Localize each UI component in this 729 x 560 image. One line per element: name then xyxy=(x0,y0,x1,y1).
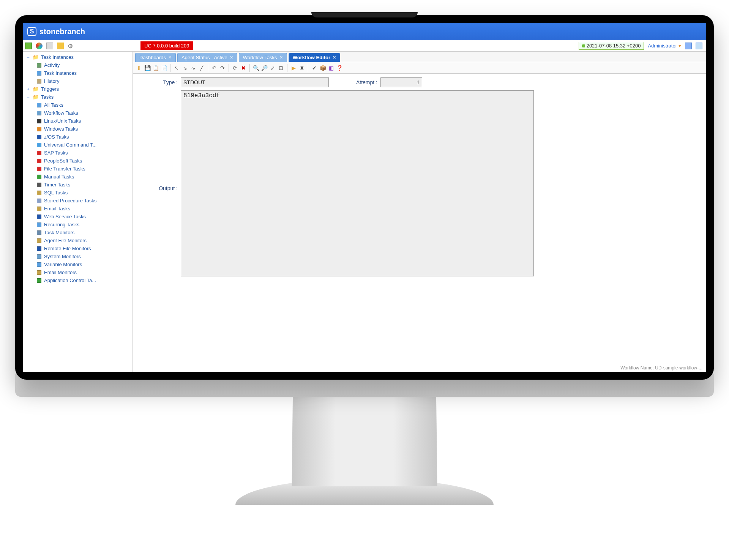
pointer-icon[interactable]: ↖ xyxy=(173,64,180,72)
tree-item[interactable]: Application Control Ta... xyxy=(26,276,133,284)
undo-icon[interactable]: ↶ xyxy=(210,64,218,72)
zoom-in-icon[interactable]: 🔍 xyxy=(252,64,260,72)
home-icon[interactable] xyxy=(25,43,32,49)
tree-item-label: Manual Tasks xyxy=(44,174,74,180)
help-icon[interactable]: ❓ xyxy=(336,64,343,72)
attempt-field[interactable] xyxy=(380,77,422,87)
tree-item[interactable]: PeopleSoft Tasks xyxy=(26,157,133,165)
tree-item[interactable]: History xyxy=(26,77,133,85)
item-icon xyxy=(36,182,42,188)
zoom-actual-icon[interactable]: ⊡ xyxy=(277,64,285,72)
document-icon[interactable] xyxy=(46,43,53,49)
run-icon[interactable]: ▶ xyxy=(290,64,297,72)
console-icon[interactable] xyxy=(685,43,692,49)
item-icon xyxy=(36,230,42,235)
gear-icon[interactable]: ⚙ xyxy=(68,43,74,49)
tab-close-icon[interactable]: ✕ xyxy=(230,55,233,60)
save-icon[interactable]: 💾 xyxy=(144,64,151,72)
puzzle-icon[interactable] xyxy=(57,43,64,49)
tree-item[interactable]: Agent File Monitors xyxy=(26,237,133,245)
tree-item[interactable]: Task Instances xyxy=(26,69,133,77)
tree-item[interactable]: Email Monitors xyxy=(26,268,133,276)
tree-item[interactable]: Stored Procedure Tasks xyxy=(26,197,133,205)
tree-item[interactable]: System Monitors xyxy=(26,252,133,260)
toolbar-separator xyxy=(208,64,208,72)
tree-item[interactable]: Activity xyxy=(26,61,133,69)
tree-group[interactable]: −📁Tasks xyxy=(26,93,133,101)
toolbar-separator xyxy=(229,64,229,72)
tree-item[interactable]: Universal Command T... xyxy=(26,141,133,149)
tree-item[interactable]: File Transfer Tasks xyxy=(26,165,133,173)
tab[interactable]: Workflow Tasks✕ xyxy=(239,53,287,62)
tree-icon[interactable]: ♜ xyxy=(298,64,306,72)
arrow-up-icon[interactable]: ⬆ xyxy=(135,64,143,72)
validate-icon[interactable]: ✔ xyxy=(311,64,318,72)
type-field[interactable] xyxy=(181,77,329,87)
tab-label: Workflow Editor xyxy=(293,55,330,60)
tree-item-label: Windows Tasks xyxy=(44,126,78,132)
tab-close-icon[interactable]: ✕ xyxy=(168,55,172,60)
globe-icon[interactable] xyxy=(36,43,43,49)
tree-item[interactable]: All Tasks xyxy=(26,101,133,109)
tree-item[interactable]: Workflow Tasks xyxy=(26,109,133,117)
tab-close-icon[interactable]: ✕ xyxy=(333,55,336,60)
tree-item-label: Universal Command T... xyxy=(44,142,96,148)
tree-group[interactable]: +📁Triggers xyxy=(26,85,133,93)
copy-icon[interactable]: 📄 xyxy=(160,64,168,72)
tree-item-label: Remote File Monitors xyxy=(44,246,91,251)
tree-group-label: Task Instances xyxy=(41,54,74,60)
connector-straight-icon[interactable]: ↘ xyxy=(181,64,189,72)
item-icon xyxy=(36,278,42,283)
tree-item[interactable]: SQL Tasks xyxy=(26,189,133,197)
package-icon[interactable]: 📦 xyxy=(319,64,327,72)
user-menu[interactable]: Administrator ▾ xyxy=(648,43,681,49)
tree-item-label: Stored Procedure Tasks xyxy=(44,198,97,203)
item-icon xyxy=(36,63,42,68)
tree-item[interactable]: Web Service Tasks xyxy=(26,213,133,221)
status-bar: Workflow Name: UD-sample-workflow-... xyxy=(133,364,706,372)
tab-close-icon[interactable]: ✕ xyxy=(279,55,283,60)
tree-item[interactable]: Manual Tasks xyxy=(26,173,133,181)
paste-icon[interactable]: 📋 xyxy=(152,64,159,72)
refresh-icon[interactable]: ⟳ xyxy=(231,64,239,72)
status-dot-icon xyxy=(582,44,585,47)
tree-item[interactable]: Recurring Tasks xyxy=(26,221,133,229)
tree-item[interactable]: z/OS Tasks xyxy=(26,133,133,141)
delete-icon[interactable]: ✖ xyxy=(240,64,247,72)
tree-item[interactable]: SAP Tasks xyxy=(26,149,133,157)
zoom-out-icon[interactable]: 🔎 xyxy=(260,64,268,72)
panel-icon[interactable] xyxy=(696,43,702,49)
tree-item[interactable]: Email Tasks xyxy=(26,205,133,213)
tree-item-label: Workflow Tasks xyxy=(44,110,78,116)
item-icon xyxy=(36,270,42,275)
sub-header: ⚙ UC 7.0.0.0 build 209 2021-07-08 15:32 … xyxy=(23,40,706,52)
redo-icon[interactable]: ↷ xyxy=(219,64,226,72)
tree-item[interactable]: Variable Monitors xyxy=(26,260,133,268)
item-icon xyxy=(36,238,42,243)
tab[interactable]: Dashboards✕ xyxy=(135,53,176,62)
item-icon xyxy=(36,79,42,84)
tree-item-label: z/OS Tasks xyxy=(44,134,69,140)
item-icon xyxy=(36,103,42,108)
cube-purple-icon[interactable]: ◧ xyxy=(327,64,335,72)
tree-item[interactable]: Windows Tasks xyxy=(26,125,133,133)
toggle-icon[interactable]: − xyxy=(26,54,30,60)
chevron-down-icon: ▾ xyxy=(679,43,681,49)
tree-item[interactable]: Remote File Monitors xyxy=(26,245,133,252)
output-textarea[interactable]: 819e3a3cdf xyxy=(181,90,534,276)
server-datetime: 2021-07-08 15:32 +0200 xyxy=(579,42,644,50)
tree-item[interactable]: Timer Tasks xyxy=(26,181,133,189)
tree-item[interactable]: Linux/Unix Tasks xyxy=(26,117,133,125)
toggle-icon[interactable]: − xyxy=(26,94,30,100)
zoom-fit-icon[interactable]: ⤢ xyxy=(269,64,276,72)
tab[interactable]: Workflow Editor✕ xyxy=(289,53,340,62)
line-icon[interactable]: ╱ xyxy=(198,64,205,72)
toggle-icon[interactable]: + xyxy=(26,86,30,92)
brand-logo-icon: S xyxy=(27,27,36,36)
tree-group-label: Tasks xyxy=(41,94,54,100)
tree-item[interactable]: Task Monitors xyxy=(26,229,133,237)
connector-curved-icon[interactable]: ∿ xyxy=(189,64,197,72)
tab[interactable]: Agent Status - Active✕ xyxy=(177,53,237,62)
tree-group[interactable]: −📁Task Instances xyxy=(26,53,133,61)
item-icon xyxy=(36,158,42,164)
